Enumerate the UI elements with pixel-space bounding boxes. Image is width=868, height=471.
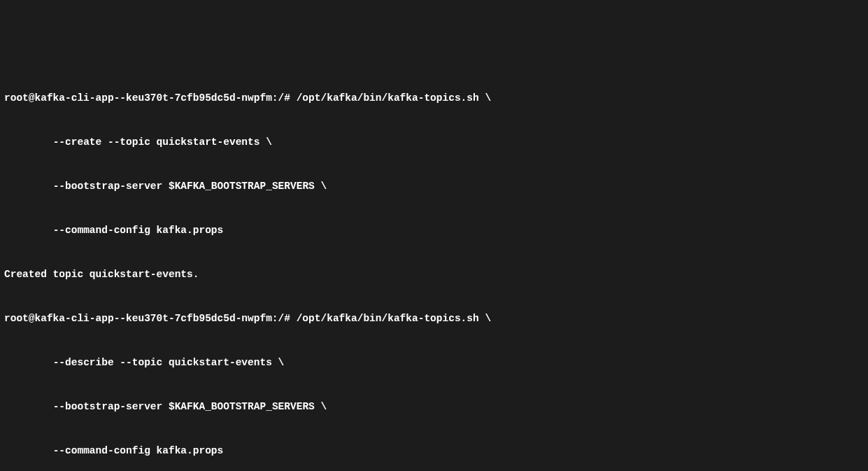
terminal-line: --command-config kafka.props [4,444,864,458]
terminal-line: --bootstrap-server $KAFKA_BOOTSTRAP_SERV… [4,400,864,414]
terminal-window[interactable]: root@kafka-cli-app--keu370t-7cfb95dc5d-n… [4,62,864,471]
terminal-line: root@kafka-cli-app--keu370t-7cfb95dc5d-n… [4,91,864,106]
terminal-line: Created topic quickstart-events. [4,267,864,282]
terminal-line: --command-config kafka.props [4,223,864,238]
terminal-line: --bootstrap-server $KAFKA_BOOTSTRAP_SERV… [4,179,864,194]
terminal-line: --create --topic quickstart-events \ [4,135,864,150]
terminal-line: root@kafka-cli-app--keu370t-7cfb95dc5d-n… [4,311,864,326]
terminal-line: --describe --topic quickstart-events \ [4,356,864,370]
